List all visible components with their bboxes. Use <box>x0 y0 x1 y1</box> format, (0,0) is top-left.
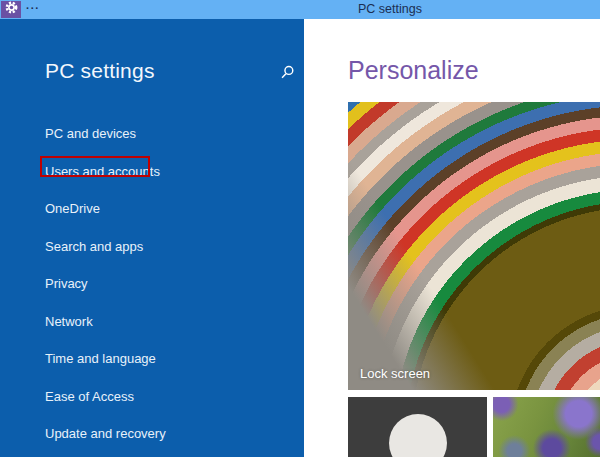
lavender-photo-thumbnail[interactable] <box>493 397 600 457</box>
highlight-box <box>40 156 150 177</box>
titlebar: ··· PC settings <box>0 0 600 19</box>
sidebar-title: PC settings <box>45 59 155 83</box>
sidebar-item-onedrive[interactable]: OneDrive <box>0 199 304 223</box>
sidebar-item-ease-of-access[interactable]: Ease of Access <box>0 387 304 411</box>
gear-icon <box>4 0 19 19</box>
search-button[interactable] <box>277 64 297 84</box>
account-picture-thumbnail[interactable] <box>348 397 487 457</box>
lock-screen-preview-tile[interactable]: Lock screen <box>348 102 600 390</box>
app-icon-tile[interactable] <box>1 1 21 18</box>
sidebar-item-search-and-apps[interactable]: Search and apps <box>0 237 304 261</box>
sidebar-item-update-and-recovery[interactable]: Update and recovery <box>0 424 304 448</box>
sidebar-item-network[interactable]: Network <box>0 312 304 336</box>
window-title: PC settings <box>300 2 480 16</box>
more-menu-icon[interactable]: ··· <box>26 1 40 18</box>
lock-screen-label: Lock screen <box>360 366 430 381</box>
page-title: Personalize <box>348 56 479 85</box>
sidebar-item-privacy[interactable]: Privacy <box>0 274 304 298</box>
avatar <box>389 414 447 457</box>
sidebar: PC settings PC and devicesUsers and acco… <box>0 19 304 457</box>
sidebar-item-time-and-language[interactable]: Time and language <box>0 349 304 373</box>
sidebar-item-pc-and-devices[interactable]: PC and devices <box>0 124 304 148</box>
search-icon <box>279 64 296 85</box>
